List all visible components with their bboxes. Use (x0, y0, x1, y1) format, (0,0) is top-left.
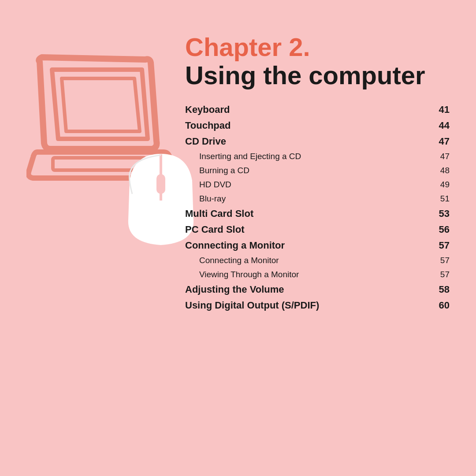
toc-row: Touchpad44 (185, 118, 450, 134)
toc-page-number: 60 (432, 300, 450, 311)
toc-page-number: 48 (432, 166, 450, 175)
toc-page-number: 58 (432, 284, 450, 295)
toc-sub-item: Inserting and Ejecting a CD (185, 152, 301, 161)
chapter-label: Chapter 2. (185, 33, 450, 61)
toc-row: Inserting and Ejecting a CD47 (185, 149, 450, 164)
toc-sub-item: HD DVD (185, 180, 231, 190)
toc-main-item: Adjusting the Volume (185, 284, 284, 295)
toc-row: HD DVD49 (185, 178, 450, 192)
toc-row: Connecting a Monitor57 (185, 238, 450, 253)
toc-row: Burning a CD48 (185, 164, 450, 178)
toc-main-item: Touchpad (185, 120, 231, 131)
toc-row: Connecting a Monitor57 (185, 253, 450, 268)
toc-sub-item: Burning a CD (185, 166, 249, 175)
page: Chapter 2. Using the computer Keyboard41… (0, 0, 476, 476)
toc-page-number: 57 (432, 240, 450, 251)
toc-main-item: PC Card Slot (185, 224, 244, 235)
toc-main-item: Connecting a Monitor (185, 240, 285, 251)
toc-page-number: 47 (432, 152, 450, 161)
toc-row: Blu-ray51 (185, 192, 450, 206)
toc-page-number: 44 (432, 120, 450, 131)
chapter-title: Using the computer (185, 61, 450, 89)
toc-page-number: 53 (432, 208, 450, 219)
toc-row: Viewing Through a Monitor57 (185, 268, 450, 282)
toc-page-number: 41 (432, 104, 450, 115)
toc-sub-item: Viewing Through a Monitor (185, 270, 299, 279)
toc-main-item: Keyboard (185, 104, 230, 115)
table-of-contents: Keyboard41Touchpad44CD Drive47Inserting … (185, 102, 450, 313)
toc-row: PC Card Slot56 (185, 222, 450, 238)
toc-page-number: 56 (432, 224, 450, 235)
toc-sub-item: Blu-ray (185, 194, 226, 204)
svg-rect-2 (156, 174, 165, 194)
toc-main-item: Using Digital Output (S/PDIF) (185, 300, 319, 311)
toc-page-number: 47 (432, 136, 450, 147)
toc-page-number: 49 (432, 180, 450, 190)
toc-page-number: 57 (432, 256, 450, 265)
toc-sub-item: Connecting a Monitor (185, 256, 279, 265)
toc-row: Keyboard41 (185, 102, 450, 118)
toc-row: Multi Card Slot53 (185, 206, 450, 222)
toc-page-number: 51 (432, 194, 450, 204)
toc-row: CD Drive47 (185, 134, 450, 149)
toc-main-item: Multi Card Slot (185, 208, 253, 219)
toc-row: Using Digital Output (S/PDIF)60 (185, 298, 450, 313)
toc-page-number: 57 (432, 270, 450, 279)
toc-main-item: CD Drive (185, 136, 226, 147)
toc-row: Adjusting the Volume58 (185, 282, 450, 298)
content-area: Chapter 2. Using the computer Keyboard41… (185, 33, 450, 313)
illustration (26, 53, 194, 238)
